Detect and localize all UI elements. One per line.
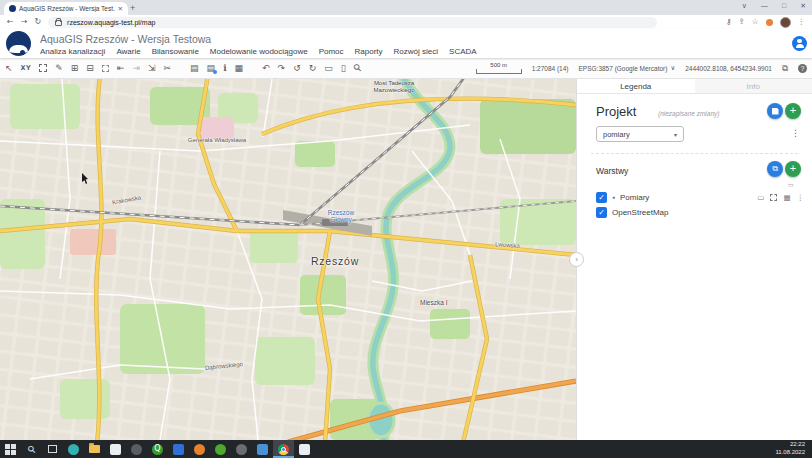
section-divider	[591, 153, 798, 154]
project-select-value: pomiary	[603, 130, 630, 139]
project-menu-icon[interactable]: ⋮	[791, 129, 800, 138]
add-project-button[interactable]: +	[785, 103, 801, 119]
bookmark-star-icon[interactable]: ☆	[752, 18, 759, 26]
map-canvas[interactable]: Most Tadeusza Mazowieckiego Rzeszów Głów…	[0, 79, 576, 440]
menu-item-bilansowanie[interactable]: Bilansowanie	[152, 47, 199, 56]
app-file-explorer-icon	[89, 445, 100, 453]
app-chrome-icon	[278, 444, 289, 455]
app-mail[interactable]	[168, 440, 189, 458]
tab-search-icon[interactable]: ∨	[742, 2, 747, 10]
select-area-icon[interactable]	[39, 64, 47, 72]
floppy-icon	[772, 108, 779, 115]
app-notepad[interactable]	[294, 440, 315, 458]
app-xbox[interactable]	[126, 440, 147, 458]
export-image-icon[interactable]: ▦	[235, 64, 244, 73]
print-icon[interactable]: ▤	[190, 64, 199, 73]
projection-select[interactable]: EPSG:3857 (Google Mercator) ∨	[579, 64, 676, 72]
split-icon[interactable]: ✂	[164, 64, 172, 73]
print-template-icon[interactable]: ▤	[207, 64, 216, 73]
layer-checkbox[interactable]: ✓	[596, 192, 607, 203]
new-tab-button[interactable]: +	[130, 3, 135, 13]
history-back-icon[interactable]: ↺	[293, 64, 301, 73]
tab-close-icon[interactable]: ✕	[118, 5, 123, 13]
back-icon[interactable]: ←	[7, 18, 14, 26]
undo-icon[interactable]: ↶	[262, 64, 270, 73]
app-chrome[interactable]	[273, 440, 294, 458]
forward-icon[interactable]: →	[21, 18, 28, 26]
search-button[interactable]: ⚲	[21, 440, 42, 458]
taskbar-clock[interactable]: 22:22 11.08.2022	[768, 440, 812, 458]
key-icon[interactable]: ⚷	[726, 18, 732, 26]
tab-legenda[interactable]: Legenda	[577, 79, 695, 93]
map-graphics	[0, 79, 576, 440]
reload-icon[interactable]: ↻	[34, 18, 41, 26]
browser-tab[interactable]: AquaGIS Rzeszów - Wersja Test... ✕	[4, 2, 128, 15]
extent-box-icon[interactable]	[102, 65, 109, 72]
minimize-button[interactable]: —	[761, 2, 768, 10]
add-layer-button[interactable]: +	[785, 161, 801, 177]
menu-item-pomoc[interactable]: Pomoc	[319, 47, 344, 56]
layers-tool-button[interactable]: ⧉	[767, 161, 783, 177]
menu-item-rozwój-sieci[interactable]: Rozwój sieci	[394, 47, 438, 56]
app-file-explorer[interactable]	[84, 440, 105, 458]
project-heading: Projekt	[596, 104, 636, 119]
layer-checkbox[interactable]: ✓	[596, 207, 607, 218]
add-feature-icon[interactable]: ⊞	[71, 64, 79, 73]
xy-coordinates-icon[interactable]: XY	[21, 65, 32, 72]
unsaved-changes-status: (niezapisane zmiany)	[658, 110, 719, 117]
close-button[interactable]: ✕	[800, 2, 806, 10]
layer-table-icon[interactable]: ▦	[783, 194, 790, 202]
lock-icon[interactable]	[55, 20, 62, 26]
layer-label[interactable]: OpenStreetMap	[612, 208, 668, 217]
mobile-view-icon[interactable]: ▯	[341, 64, 346, 73]
start-button[interactable]	[0, 440, 21, 458]
app-edge[interactable]	[63, 440, 84, 458]
chevron-down-icon: ∨	[670, 64, 675, 72]
task-view-button[interactable]	[42, 440, 63, 458]
share-icon[interactable]: ⇪	[738, 18, 744, 26]
maximize-button[interactable]: □	[782, 2, 786, 10]
fullscreen-icon[interactable]: ⧉	[782, 63, 788, 74]
user-avatar-button[interactable]	[792, 36, 807, 51]
app-controller[interactable]	[231, 440, 252, 458]
attribute-info-icon[interactable]: ℹ	[223, 64, 226, 73]
menu-item-modelowanie-wodociągowe[interactable]: Modelowanie wodociągowe	[210, 47, 308, 56]
url-field[interactable]: rzeszow.aquagis-test.pl/map	[48, 17, 657, 28]
menu-item-scada[interactable]: SCADA	[449, 47, 477, 56]
redo-icon[interactable]: ↷	[278, 64, 286, 73]
app-photos[interactable]	[252, 440, 273, 458]
app-green[interactable]	[210, 440, 231, 458]
map-label-generala: Generała Władysława	[172, 137, 262, 144]
menu-item-analiza-kanalizacji[interactable]: Analiza kanalizacji	[40, 47, 105, 56]
panel-collapse-button[interactable]: ›	[569, 252, 584, 267]
help-icon[interactable]: ?	[798, 64, 807, 73]
layer-menu-icon[interactable]: ⋮	[797, 194, 805, 202]
draw-line-icon[interactable]: ✎	[55, 64, 63, 73]
menu-item-awarie[interactable]: Awarie	[116, 47, 140, 56]
app-firefox[interactable]	[189, 440, 210, 458]
save-project-button[interactable]	[767, 103, 783, 119]
app-qgis[interactable]: Q	[147, 440, 168, 458]
browser-menu-icon[interactable]: ⋮	[798, 18, 806, 26]
main-menu: Analiza kanalizacjiAwarieBilansowanieMod…	[40, 47, 477, 56]
layer-row-openstreetmap: ✓ OpenStreetMap	[596, 206, 804, 219]
layer-label[interactable]: Pomiary	[620, 193, 649, 202]
scale-bar: 500 m	[476, 62, 522, 74]
snap-icon[interactable]: ⇲	[148, 64, 156, 73]
search-zoom-icon[interactable]: ⚲	[351, 62, 363, 74]
layer-style-icon[interactable]: ▭	[757, 194, 764, 202]
collapse-all-icon[interactable]: ▭	[788, 181, 794, 188]
menu-item-raporty[interactable]: Raporty	[355, 47, 383, 56]
tab-info[interactable]: Info	[695, 79, 812, 93]
history-forward-icon[interactable]: ↻	[309, 64, 317, 73]
extension-icon[interactable]	[766, 19, 773, 26]
landscape-extent-icon[interactable]: ▭	[324, 64, 333, 73]
select-cursor-icon[interactable]: ↖	[5, 64, 13, 73]
project-select[interactable]: pomiary ▾	[596, 126, 684, 142]
app-calendar[interactable]	[105, 440, 126, 458]
previous-extent-icon[interactable]: ⇤	[117, 64, 125, 73]
browser-profile-avatar[interactable]	[780, 17, 791, 28]
remove-feature-icon[interactable]: ⊟	[86, 64, 94, 73]
next-extent-icon[interactable]: ⇥	[132, 64, 140, 73]
layer-zoom-icon[interactable]	[770, 194, 777, 201]
